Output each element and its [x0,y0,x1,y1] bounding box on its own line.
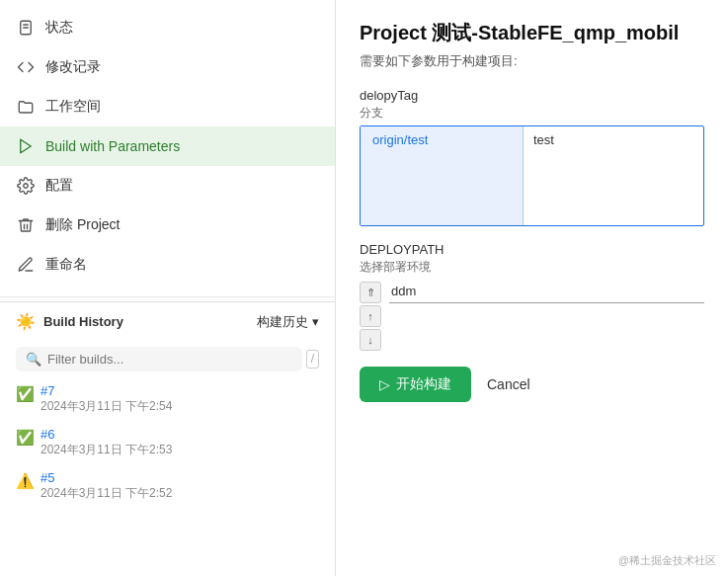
build-item-6[interactable]: ✅ #6 2024年3月11日 下午2:53 [0,421,335,464]
build-history-header: ☀️ Build History 构建历史 ▾ [0,301,335,341]
folder-icon [16,97,36,117]
build-item-7[interactable]: ✅ #7 2024年3月11日 下午2:54 [0,377,335,421]
build-button-label: 开始构建 [396,375,451,393]
deploy-tag-label: delopyTag [360,88,704,103]
sidebar-nav: 状态 修改记录 工作空间 Build with Parameters 配置 [0,0,335,292]
build-info-6: #6 2024年3月11日 下午2:53 [40,427,172,458]
sidebar-item-delete[interactable]: 删除 Project [0,206,335,245]
branch-box-top: origin/test test [361,126,703,225]
page-subtitle: 需要如下参数用于构建项目: [360,52,704,70]
build-number-5: #5 [40,470,172,485]
sidebar-item-workspace[interactable]: 工作空间 [0,87,335,126]
cancel-button[interactable]: Cancel [483,368,534,401]
build-history-title: Build History [43,314,123,329]
sidebar-item-build[interactable]: Build with Parameters [0,126,335,166]
code-icon [16,57,36,77]
arrow-down-button[interactable]: ↓ [360,329,381,351]
build-info-7: #7 2024年3月11日 下午2:54 [40,383,172,415]
branch-left-value[interactable]: origin/test [361,126,524,225]
build-date-6: 2024年3月11日 下午2:53 [40,442,172,458]
deploy-tag-sublabel: 分支 [360,105,704,122]
warning-icon-5: ⚠️ [16,472,35,490]
arrow-top-button[interactable]: ⇑ [360,282,381,303]
filter-input-wrap: 🔍 [16,347,302,371]
arrow-column: ⇑ ↑ ↓ [360,280,381,351]
build-number-6: #6 [40,427,172,442]
page-title: Project 测试-StableFE_qmp_mobil [360,20,704,46]
chevron-down-icon: ▾ [312,314,319,329]
deploy-input-wrap [389,280,704,303]
sidebar-item-rename[interactable]: 重命名 [0,245,335,285]
search-icon: 🔍 [26,352,41,367]
play-icon [16,136,36,156]
sidebar-item-status[interactable]: 状态 [0,8,335,47]
sidebar-item-changes[interactable]: 修改记录 [0,47,335,87]
branch-selector-box: origin/test test [360,125,704,226]
deploy-path-sublabel: 选择部署环境 [360,259,704,276]
build-history-toggle[interactable]: 构建历史 ▾ [257,313,319,331]
deploy-tag-section: delopyTag 分支 origin/test test [360,88,704,226]
play-button-icon: ▷ [379,376,390,392]
sun-icon: ☀️ [16,312,36,331]
build-item-5[interactable]: ⚠️ #5 2024年3月11日 下午2:52 [0,464,335,508]
build-history-title-group: ☀️ Build History [16,312,249,331]
pencil-icon [16,255,36,275]
branch-right-value[interactable]: test [524,126,703,225]
success-icon-7: ✅ [16,385,35,403]
sidebar-item-config[interactable]: 配置 [0,166,335,206]
file-icon [16,18,36,38]
deploy-path-section: DEPLOYPATH 选择部署环境 ⇑ ↑ ↓ [360,242,704,351]
deploy-path-label: DEPLOYPATH [360,242,704,257]
build-number-7: #7 [40,383,172,398]
gear-icon [16,176,36,196]
arrow-up-button[interactable]: ↑ [360,305,381,327]
sidebar: 状态 修改记录 工作空间 Build with Parameters 配置 [0,0,336,576]
deploy-controls: ⇑ ↑ ↓ [360,280,704,351]
filter-row: 🔍 / [0,341,335,377]
deploy-path-input[interactable] [389,280,704,303]
filter-slash: / [306,350,319,369]
build-list: ✅ #7 2024年3月11日 下午2:54 ✅ #6 2024年3月11日 下… [0,377,335,576]
build-date-7: 2024年3月11日 下午2:54 [40,398,172,415]
build-date-5: 2024年3月11日 下午2:52 [40,485,172,502]
action-row: ▷ 开始构建 Cancel [360,367,704,402]
svg-marker-3 [21,139,32,153]
main-content: Project 测试-StableFE_qmp_mobil 需要如下参数用于构建… [336,0,728,576]
filter-input[interactable] [47,352,292,367]
trash-icon [16,215,36,235]
sidebar-divider [0,296,335,297]
build-info-5: #5 2024年3月11日 下午2:52 [40,470,172,502]
build-history-label: 构建历史 [257,313,308,331]
success-icon-6: ✅ [16,429,35,447]
build-button[interactable]: ▷ 开始构建 [360,367,471,402]
svg-point-4 [24,184,29,189]
watermark: @稀土掘金技术社区 [618,553,716,568]
